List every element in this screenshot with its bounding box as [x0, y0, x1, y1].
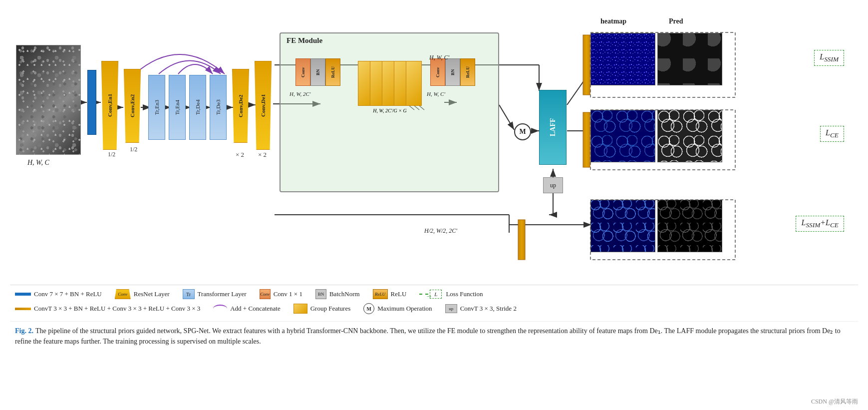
loss-ssim: LSSIM	[814, 50, 844, 66]
legend-row-1: Conv 7 × 7 + BN + ReLU Conv ResNet Layer…	[15, 289, 853, 299]
legend-up-symbol: up	[445, 304, 457, 313]
legend-tr-symbol: Tr	[183, 289, 195, 299]
half-label-1: 1/2	[108, 151, 115, 158]
fe-conv-small-r: Conv	[430, 58, 445, 86]
tr-en3: Tr,En3	[148, 75, 165, 140]
svg-line-19	[567, 70, 591, 105]
legend-brown-line-symbol	[15, 308, 31, 310]
legend-group-feat-symbol	[293, 304, 307, 314]
input-image	[16, 45, 81, 155]
legend-up-text: ConvT 3 × 3, Stride 2	[460, 305, 517, 313]
legend-bn-symbol: BN	[315, 289, 326, 299]
fe-relu-small: ReLU	[325, 58, 340, 86]
legend-area: Conv 7 × 7 + BN + ReLU Conv ResNet Layer…	[10, 285, 858, 321]
loss-ssim-ce: LSSIM+LCE	[796, 216, 844, 232]
hw2cprime-half-label: H/2, W/2, 2C'	[424, 227, 457, 235]
encoder-en2: Conv,En2	[124, 69, 141, 143]
svg-rect-35	[583, 112, 590, 167]
conv7x7-block	[87, 70, 96, 135]
hwcprime-label: H, W, C'	[429, 54, 449, 61]
tr-en4: Tr,En4	[169, 75, 186, 140]
decoder-de2: Conv,De2	[232, 69, 249, 143]
legend-blue-line-text: Conv 7 × 7 + BN + ReLU	[34, 290, 102, 298]
laff-block: LAFF	[539, 90, 567, 165]
output-heatmap-1	[590, 33, 655, 85]
output-heatmap-2	[590, 110, 655, 162]
fe-cube-group: H, W, 2C'/G × G	[358, 61, 422, 113]
watermark: CSDN @清风等雨	[811, 398, 858, 406]
fe-module-box: FE Module Conv BN ReLU H, W, 2C' H, W, 2…	[280, 32, 499, 192]
legend-transformer-text: Transformer Layer	[198, 290, 247, 298]
tr-de4: Tr,De4	[189, 75, 206, 140]
fe-label-hw2c: H, W, 2C'	[289, 91, 310, 97]
legend-gold-trap-symbol: Conv	[115, 289, 131, 299]
svg-rect-34	[583, 35, 590, 95]
legend-row-2: ConvT 3 × 3 + BN + ReLU + Conv 3 × 3 + R…	[15, 303, 853, 314]
x2-label-2: × 2	[258, 151, 267, 159]
legend-resnet-text: ResNet Layer	[134, 290, 170, 298]
legend-transformer-item: Tr Transformer Layer	[183, 289, 247, 299]
fe-bn-small: BN	[310, 58, 325, 86]
legend-bn-item: BN BatchNorm	[315, 289, 360, 299]
caption-fig-label: Fig. 2.	[15, 327, 33, 335]
legend-circle-m-item: M Maximum Operation	[363, 303, 432, 314]
legend-relu-text: ReLU	[391, 290, 407, 298]
x2-label-1: × 2	[236, 151, 244, 159]
decoder-de1: Conv,De1	[255, 61, 272, 150]
output-pred-3	[657, 200, 722, 252]
svg-rect-36	[518, 220, 525, 260]
half-label-2: 1/2	[130, 146, 137, 153]
legend-conv-small-symbol: Conv	[260, 289, 271, 299]
fe-relu-small-r: ReLU	[460, 58, 475, 86]
legend-conv1x1-text: Conv 1 × 1	[274, 290, 302, 298]
legend-group-feat-item: Group Features	[293, 304, 351, 314]
legend-loss-item: → L Loss Function	[419, 290, 483, 299]
legend-loss-text: Loss Function	[446, 290, 483, 298]
legend-resnet-item: Conv ResNet Layer	[115, 289, 170, 299]
encoder-en1: Conv,En1	[101, 61, 118, 150]
svg-line-15	[499, 105, 514, 130]
output-pred-1	[657, 33, 722, 85]
fe-conv-small: Conv	[295, 58, 310, 86]
tr-de3: Tr,De3	[210, 75, 227, 140]
legend-bn-text: BatchNorm	[329, 290, 360, 298]
output-pred-2	[657, 110, 722, 162]
loss-ce: LCE	[820, 126, 844, 142]
fe-conv-bn-relu-left: Conv BN ReLU	[295, 58, 340, 86]
legend-blue-line-symbol	[15, 293, 31, 296]
legend-relu-symbol: ReLU	[373, 289, 388, 299]
input-label: H, W, C	[27, 159, 49, 167]
output-row-1	[590, 33, 722, 85]
legend-circle-m-symbol: M	[363, 303, 374, 314]
legend-purple-arc-symbol	[213, 305, 227, 313]
legend-group-feat-text: Group Features	[310, 305, 351, 313]
fe-conv-bn-relu-right: Conv BN ReLU	[430, 58, 475, 86]
heatmap-header: heatmap	[600, 17, 626, 25]
legend-conv1x1-item: Conv Conv 1 × 1	[260, 289, 302, 299]
output-heatmap-3	[590, 200, 655, 252]
caption-text: The pipeline of the structural priors gu…	[15, 327, 841, 345]
pred-header: Pred	[669, 17, 683, 25]
legend-convt-item: ConvT 3 × 3 + BN + ReLU + Conv 3 × 3 + R…	[15, 305, 200, 313]
circle-m: M	[514, 123, 531, 140]
fe-module-title: FE Module	[287, 36, 322, 45]
caption-area: Fig. 2. The pipeline of the structural p…	[10, 321, 858, 350]
output-row-3	[590, 200, 722, 252]
fe-label-hwcprime: H, W, C'	[427, 91, 445, 97]
legend-blue-line-item: Conv 7 × 7 + BN + ReLU	[15, 290, 102, 298]
legend-arc-text: Add + Concatenate	[230, 305, 280, 313]
fe-bn-small-r: BN	[445, 58, 460, 86]
legend-up-item: up ConvT 3 × 3, Stride 2	[445, 304, 517, 313]
legend-circle-m-text: Maximum Operation	[377, 305, 432, 313]
legend-relu-item: ReLU ReLU	[373, 289, 407, 299]
up-block: up	[543, 177, 563, 193]
output-row-2	[590, 110, 722, 162]
legend-convt-text: ConvT 3 × 3 + BN + ReLU + Conv 3 × 3 + R…	[34, 305, 200, 313]
diagram-area: H, W, C 1/2 1/2 × 2 × 2 Conv,En1 Conv,En…	[10, 5, 858, 285]
legend-arc-item: Add + Concatenate	[213, 305, 280, 313]
